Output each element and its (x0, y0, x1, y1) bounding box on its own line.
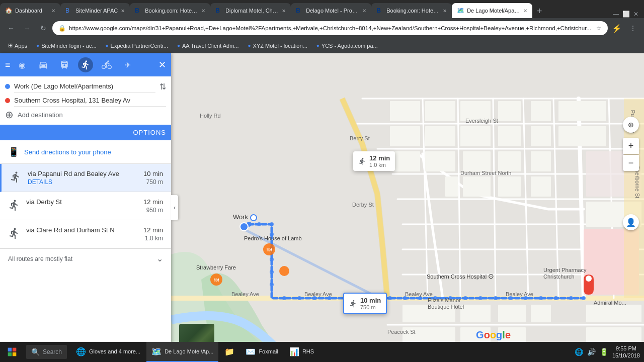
star-icon[interactable]: ☆ (596, 25, 602, 32)
svg-point-62 (582, 296, 586, 300)
transport-bike[interactable] (99, 57, 114, 72)
svg-point-61 (569, 296, 573, 300)
transport-walk[interactable] (78, 57, 93, 72)
taskbar-app-gloves-label: Gloves and 4 more... (89, 348, 140, 354)
svg-rect-22 (531, 176, 551, 197)
taskbar-app-gloves[interactable]: 🌐 Gloves and 4 more... (71, 342, 145, 362)
tray-volume-icon[interactable]: 🔊 (587, 348, 596, 356)
window-controls: — ⬜ ✕ (612, 10, 644, 18)
taskbar-search[interactable]: 🔍 Search (26, 345, 67, 359)
taskbar-app-rhs[interactable]: 📊 RHS (284, 342, 319, 362)
menu-icon[interactable]: ⋮ (626, 21, 640, 35)
options-button[interactable]: OPTIONS (133, 129, 166, 136)
back-button[interactable]: ← (4, 21, 18, 35)
bookmark-siteminder[interactable]: ● SiteMinder login - ac... (32, 42, 100, 50)
tab-delago[interactable]: B Delago Motel - Prope... ✕ (291, 3, 371, 18)
origin-input[interactable] (14, 80, 155, 93)
svg-point-45 (328, 296, 332, 300)
tab-siteminder[interactable]: B SiteMinder APAC ✕ (60, 3, 130, 18)
tab-close-booking1[interactable]: ✕ (201, 8, 205, 14)
tooltip-time-10: 10 min (360, 297, 381, 304)
menu-button[interactable]: ≡ (5, 60, 11, 70)
tab-diplomat[interactable]: B Diplomat Motel, Chris... ✕ (210, 3, 291, 18)
address-bar[interactable]: 🔒 https://www.google.com/maps/dir/31+Pap… (52, 21, 608, 35)
svg-rect-27 (498, 305, 526, 322)
origin-dot (5, 84, 10, 89)
address-text: https://www.google.com/maps/dir/31+Papan… (69, 25, 593, 31)
origin-map-label: Work (233, 213, 257, 221)
svg-point-36 (270, 222, 274, 226)
route-details-link-1[interactable]: DETAILS (28, 178, 137, 186)
bookmark-xyz[interactable]: ● XYZ Motel - location... (244, 42, 311, 50)
add-destination-row[interactable]: ⊕ Add destination (5, 109, 166, 121)
add-destination-label: Add destination (18, 111, 63, 119)
taskbar-app-delago[interactable]: 🗺️ De Lago Motel/Ap... (146, 342, 218, 362)
strawberry-label: Strawberry Fare (196, 264, 236, 270)
collapse-sidebar-button[interactable]: ‹ (171, 195, 178, 220)
maximize-button[interactable]: ⬜ (622, 10, 630, 18)
svg-rect-20 (463, 176, 491, 197)
pegman-button[interactable]: 👤 (623, 214, 639, 230)
tab-title-booking1: Booking.com: Hotels ... (145, 8, 198, 14)
flat-chevron-icon[interactable]: ⌄ (156, 254, 163, 263)
bookmark-siteminder-icon: ● (36, 43, 39, 48)
tab-close-booking2[interactable]: ✕ (443, 8, 447, 14)
route-dist-1: 750 m (143, 178, 163, 186)
taskbar-app-foxmail[interactable]: ✉️ Foxmail (240, 342, 283, 362)
transport-directions[interactable]: ◉ (15, 57, 30, 72)
tab-booking1[interactable]: B Booking.com: Hotels ... ✕ (130, 3, 210, 18)
route-time-dist-2: 12 min 950 m (143, 198, 163, 214)
compass-button[interactable]: ⊕ (623, 117, 639, 133)
tab-close-diplomat[interactable]: ✕ (282, 8, 286, 14)
route-dist-2: 950 m (143, 207, 163, 214)
route-item-1[interactable]: via Papanui Rd and Bealey Ave DETAILS 10… (0, 164, 171, 192)
tab-dashboard[interactable]: 🏠 Dashboard ✕ (0, 3, 60, 18)
route-tooltip-12min: 12 min 1.0 km (353, 151, 395, 171)
tab-title-delago: Delago Motel - Prope... (306, 8, 359, 14)
route-info-1: via Papanui Rd and Bealey Ave DETAILS (28, 170, 137, 186)
tab-close-delago[interactable]: ✕ (362, 8, 366, 14)
route-via-2: via Derby St (26, 198, 137, 206)
svg-rect-21 (498, 176, 521, 197)
forward-button[interactable]: → (20, 21, 34, 35)
tab-close-siteminder[interactable]: ✕ (121, 8, 125, 14)
route-item-3[interactable]: via Clare Rd and Durham St N 12 min 1.0 … (0, 220, 171, 248)
tab-delago-maps[interactable]: 🗺️ De Lago Motel/Apartm... ✕ (452, 3, 532, 18)
bookmark-ycs[interactable]: ● YCS - Agoda.com pa... (312, 42, 382, 50)
taskbar-app-file[interactable]: 📁 (219, 342, 239, 362)
svg-point-69 (279, 266, 289, 276)
tray-network-icon[interactable]: 🌐 (575, 348, 583, 356)
map-area[interactable]: 🍽 🍽 Holly Rd Berry St Eversleigh St Durh… (171, 53, 644, 362)
tab-close-maps[interactable]: ✕ (523, 8, 527, 14)
tab-booking2[interactable]: B Booking.com: Hotels ... ✕ (371, 3, 452, 18)
close-button[interactable]: ✕ (632, 10, 640, 18)
tooltip-dist-750m: 750 m (360, 304, 381, 310)
tab-close-dashboard[interactable]: ✕ (51, 8, 55, 14)
add-icon: ⊕ (5, 109, 14, 121)
start-button[interactable] (0, 342, 24, 362)
transport-drive[interactable] (36, 57, 51, 72)
send-directions[interactable]: 📱 Send directions to your phone (0, 140, 171, 164)
tab-favicon-maps: 🗺️ (457, 7, 464, 14)
lock-icon: 🔒 (58, 25, 66, 32)
transport-fly[interactable]: ✈ (120, 57, 135, 72)
bookmark-aa[interactable]: ● AA Travel Client Adm... (173, 42, 243, 50)
extensions-icon[interactable]: ⚡ (610, 21, 624, 35)
reload-button[interactable]: ↻ (36, 21, 50, 35)
route-item-2[interactable]: via Derby St 12 min 950 m (0, 192, 171, 220)
bookmark-apps[interactable]: ⊞ Apps (4, 41, 31, 50)
taskbar-clock[interactable]: 9:55 PM 15/10/2018 (612, 345, 640, 359)
tray-battery-icon[interactable]: 🔋 (600, 348, 608, 356)
svg-rect-29 (586, 305, 641, 322)
bookmark-expedia[interactable]: ● Expedia PartnerCentr... (102, 42, 172, 50)
svg-rect-11 (531, 126, 551, 146)
minimize-button[interactable]: — (612, 10, 620, 18)
close-sidebar-button[interactable]: ✕ (158, 59, 166, 70)
new-tab-button[interactable]: + (532, 4, 546, 18)
zoom-in-button[interactable]: + (623, 138, 639, 154)
bookmark-expedia-label: Expedia PartnerCentr... (111, 43, 168, 49)
swap-icon[interactable]: ⇅ (159, 82, 166, 92)
transport-transit[interactable] (57, 57, 72, 72)
zoom-out-button[interactable]: − (623, 155, 639, 171)
destination-input[interactable] (14, 95, 166, 107)
